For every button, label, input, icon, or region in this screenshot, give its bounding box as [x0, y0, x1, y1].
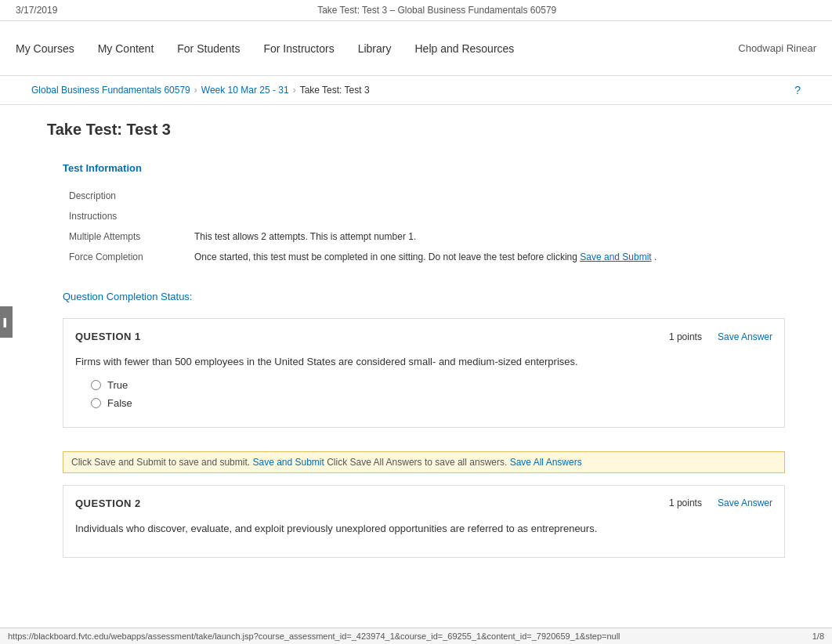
nav-for-instructors[interactable]: For Instructors — [263, 38, 334, 59]
page-title-top: Take Test: Test 3 – Global Business Fund… — [317, 5, 556, 16]
multiple-attempts-label: Multiple Attempts — [63, 226, 188, 247]
breadcrumb-current: Take Test: Test 3 — [300, 85, 370, 96]
test-info-table: Description Instructions Multiple Attemp… — [63, 186, 785, 267]
notification-text1: Click Save and Submit to save and submit… — [71, 457, 250, 468]
question-1-number: QUESTION 1 — [75, 331, 141, 342]
question-completion-status: Question Completion Status: — [63, 291, 785, 302]
notification-bar: Click Save and Submit to save and submit… — [63, 451, 785, 473]
multiple-attempts-row: Multiple Attempts This test allows 2 att… — [63, 226, 785, 247]
question-2-text: Individuals who discover, evaluate, and … — [75, 521, 772, 537]
collapse-icon: ▌ — [3, 318, 9, 327]
force-completion-label: Force Completion — [63, 247, 188, 267]
question-1-option-false[interactable]: False — [91, 397, 772, 409]
status-bar: https://blackboard.fvtc.edu/webapps/asse… — [0, 628, 832, 644]
question-2-meta: 1 points Save Answer — [669, 497, 772, 508]
notification-text2: Click Save All Answers to save all answe… — [327, 457, 507, 468]
breadcrumb-sep2: › — [293, 85, 296, 96]
question-1-block: QUESTION 1 1 points Save Answer Firms wi… — [63, 318, 785, 428]
nav-for-students[interactable]: For Students — [177, 38, 240, 59]
date: 3/17/2019 — [16, 5, 57, 16]
question-1-label-false: False — [107, 397, 132, 409]
help-icon[interactable]: ? — [794, 84, 801, 96]
status-page: 1/8 — [812, 631, 824, 641]
test-info-heading: Test Information — [63, 162, 785, 174]
question-1-meta: 1 points Save Answer — [669, 331, 772, 342]
main-content: Take Test: Test 3 Test Information Descr… — [0, 105, 832, 597]
question-2-block: QUESTION 2 1 points Save Answer Individu… — [63, 485, 785, 559]
side-collapse-button[interactable]: ▌ — [0, 306, 13, 338]
question-1-radio-false[interactable] — [91, 398, 101, 408]
question-2-save-answer[interactable]: Save Answer — [718, 497, 772, 508]
question-1-label-true: True — [107, 379, 128, 391]
question-1-header: QUESTION 1 1 points Save Answer — [75, 331, 772, 342]
breadcrumb-week[interactable]: Week 10 Mar 25 - 31 — [201, 85, 289, 96]
force-completion-text: Once started, this test must be complete… — [194, 251, 577, 262]
force-completion-value: Once started, this test must be complete… — [188, 247, 785, 267]
nav-help-resources[interactable]: Help and Resources — [414, 38, 514, 59]
breadcrumb-course[interactable]: Global Business Fundamentals 60579 — [31, 85, 190, 96]
question-1-points: 1 points — [669, 331, 702, 342]
force-completion-row: Force Completion Once started, this test… — [63, 247, 785, 267]
page-title: Take Test: Test 3 — [47, 121, 785, 139]
description-value — [188, 186, 785, 206]
question-1-option-true[interactable]: True — [91, 379, 772, 391]
nav-library[interactable]: Library — [358, 38, 392, 59]
nav-my-courses[interactable]: My Courses — [16, 38, 74, 59]
question-1-radio-true[interactable] — [91, 380, 101, 390]
question-2-points: 1 points — [669, 497, 702, 508]
instructions-label: Instructions — [63, 206, 188, 226]
notification-save-all-link[interactable]: Save All Answers — [510, 457, 582, 468]
multiple-attempts-value: This test allows 2 attempts. This is att… — [188, 226, 785, 247]
question-1-save-answer[interactable]: Save Answer — [718, 331, 772, 342]
description-row: Description — [63, 186, 785, 206]
user-name: Chodwapi Rinear — [738, 42, 816, 54]
nav-bar: My Courses My Content For Students For I… — [0, 21, 832, 76]
nav-my-content[interactable]: My Content — [98, 38, 154, 59]
question-1-text: Firms with fewer than 500 employees in t… — [75, 354, 772, 370]
force-completion-end: . — [654, 251, 657, 262]
status-url: https://blackboard.fvtc.edu/webapps/asse… — [8, 631, 620, 641]
save-submit-link[interactable]: Save and Submit — [580, 251, 651, 262]
breadcrumb-sep1: › — [194, 85, 197, 96]
question-2-number: QUESTION 2 — [75, 497, 141, 509]
instructions-row: Instructions — [63, 206, 785, 226]
description-label: Description — [63, 186, 188, 206]
test-info-section: Test Information Description Instruction… — [63, 162, 785, 267]
notification-save-submit-link[interactable]: Save and Submit — [252, 457, 324, 468]
instructions-value — [188, 206, 785, 226]
top-bar: 3/17/2019 Take Test: Test 3 – Global Bus… — [0, 0, 832, 21]
breadcrumb: Global Business Fundamentals 60579 › Wee… — [0, 76, 832, 105]
question-2-header: QUESTION 2 1 points Save Answer — [75, 497, 772, 509]
